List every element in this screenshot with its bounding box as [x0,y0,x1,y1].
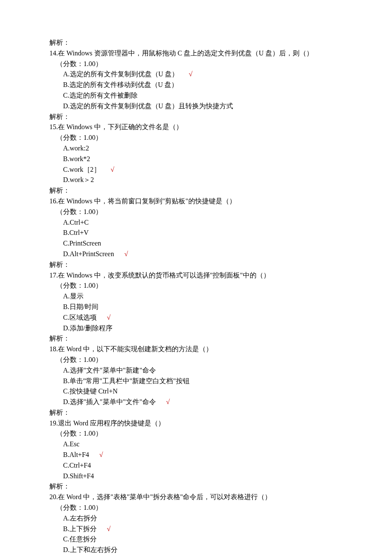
line-text: （分数：1.00） [56,504,102,511]
line-text: C.选定的所有文件被删除 [63,92,138,99]
text-line: D.Alt+PrintScreen√ [49,249,343,260]
text-line: B.上下拆分√ [49,524,343,535]
line-text: （分数：1.00） [56,356,102,363]
line-text: 17.在 Windows 中，改变系统默认的货币格式可以选择"控制面板"中的（） [49,272,270,279]
text-line: （分数：1.00） [49,503,343,513]
line-text: B.上下拆分 [63,525,97,532]
text-line: B.Alt+F4√ [49,450,343,460]
check-mark-icon: √ [111,166,115,173]
line-text: A.选定的所有文件复制到优盘（U 盘） [63,70,179,78]
text-line: A.Esc [49,439,343,450]
text-line: B.Ctrl+V [49,228,343,238]
check-mark-icon: √ [166,398,170,405]
text-line: D.work＞2 [49,175,343,185]
text-line: C.PrintScreen [49,238,343,249]
line-text: 16.在 Windows 中，将当前窗口复制到"剪贴板"的快捷键是（） [49,197,236,205]
line-text: 19.退出 Word 应用程序的快捷键是（） [49,419,165,427]
text-line: D.选择"插入"菜单中"文件"命令√ [49,397,343,408]
line-text: D.work＞2 [63,176,94,183]
text-line: B.选定的所有文件移动到优盘（U 盘） [49,80,343,90]
line-text: A.显示 [63,292,84,300]
line-text: D.Shift+F4 [63,472,94,480]
line-text: 20.在 Word 中，选择"表格"菜单中"拆分表格"命令后，可以对表格进行（） [49,493,271,500]
check-mark-icon: √ [107,525,111,532]
line-text: A.Ctrl+C [63,219,89,226]
text-line: A.Ctrl+C [49,217,343,228]
line-text: 解析： [49,113,70,120]
text-line: 19.退出 Word 应用程序的快捷键是（） [49,418,343,429]
text-line: （分数：1.00） [49,207,343,217]
text-line: D.Shift+F4 [49,471,343,482]
text-line: D.选定的所有文件复制到优盘（U 盘）且转换为快捷方式 [49,101,343,112]
line-text: （分数：1.00） [56,208,102,215]
text-line: A.选定的所有文件复制到优盘（U 盘）√ [49,69,343,80]
line-text: A.左右拆分 [63,515,97,522]
text-line: 解析： [49,112,343,122]
line-text: C.任意拆分 [63,535,97,543]
line-text: （分数：1.00） [56,134,102,141]
text-line: 15.在 Windows 中，下列正确的文件名是（） [49,122,343,133]
line-text: 解析： [49,39,70,46]
text-line: A.work:2 [49,143,343,154]
line-text: （分数：1.00） [56,282,102,289]
line-text: A.选择"文件"菜单中"新建"命令 [63,367,156,374]
line-text: B.日期/时间 [63,303,98,310]
text-line: C.区域选项√ [49,312,343,323]
line-text: C.PrintScreen [63,240,101,247]
text-line: 17.在 Windows 中，改变系统默认的货币格式可以选择"控制面板"中的（） [49,270,343,281]
line-text: 15.在 Windows 中，下列正确的文件名是（） [49,123,183,130]
text-line: （分数：1.00） [49,355,343,365]
text-line: 解析： [49,408,343,418]
line-text: D.选择"插入"菜单中"文件"命令 [63,398,156,405]
text-line: C.work［2］√ [49,165,343,175]
line-text: 14.在 Windows 资源管理器中，用鼠标拖动 C 盘上的选定文件到优盘（U… [49,49,313,57]
line-text: D.选定的所有文件复制到优盘（U 盘）且转换为快捷方式 [63,102,233,110]
line-text: 18.在 Word 中，以下不能实现创建新文档的方法是（） [49,345,213,353]
line-text: 解析： [49,483,70,490]
text-line: B.work*2 [49,154,343,165]
text-line: A.左右拆分 [49,513,343,524]
line-text: 解析： [49,335,70,342]
text-line: D.添加/删除程序 [49,323,343,334]
line-text: （分数：1.00） [56,60,102,67]
text-line: B.日期/时间 [49,302,343,312]
text-line: 20.在 Word 中，选择"表格"菜单中"拆分表格"命令后，可以对表格进行（） [49,492,343,503]
text-line: 16.在 Windows 中，将当前窗口复制到"剪贴板"的快捷键是（） [49,196,343,207]
line-text: B.work*2 [63,155,90,162]
line-text: C.Ctrl+F4 [63,462,91,469]
line-text: C.按快捷键 Ctrl+N [63,387,118,395]
check-mark-icon: √ [124,250,128,257]
check-mark-icon: √ [99,451,103,458]
text-line: A.显示 [49,291,343,302]
line-text: 解析： [49,261,70,268]
text-line: C.选定的所有文件被删除 [49,90,343,101]
check-mark-icon: √ [107,314,111,321]
line-text: B.Ctrl+V [63,229,89,236]
text-line: A.选择"文件"菜单中"新建"命令 [49,365,343,376]
line-text: B.选定的所有文件移动到优盘（U 盘） [63,81,178,88]
text-line: 18.在 Word 中，以下不能实现创建新文档的方法是（） [49,344,343,355]
text-line: （分数：1.00） [49,280,343,291]
text-line: C.Ctrl+F4 [49,460,343,471]
text-line: （分数：1.00） [49,428,343,439]
line-text: 解析： [49,187,70,194]
text-line: 解析： [49,260,343,270]
document-page: 解析：14.在 Windows 资源管理器中，用鼠标拖动 C 盘上的选定文件到优… [0,0,392,555]
text-line: 解析： [49,481,343,492]
text-line: 解析： [49,185,343,196]
line-text: C.work［2］ [63,166,101,173]
line-text: D.添加/删除程序 [63,324,112,332]
check-mark-icon: √ [189,70,193,78]
text-line: D.上下和左右拆分 [49,545,343,555]
text-line: （分数：1.00） [49,133,343,143]
line-text: A.Esc [63,440,80,448]
line-text: B.单击"常用"工具栏中"新建空白文档"按钮 [63,377,190,384]
text-line: 14.在 Windows 资源管理器中，用鼠标拖动 C 盘上的选定文件到优盘（U… [49,48,343,59]
line-text: （分数：1.00） [56,430,102,437]
line-text: C.区域选项 [63,314,97,321]
text-line: C.任意拆分 [49,534,343,545]
line-text: 解析： [49,409,70,416]
line-text: A.work:2 [63,145,89,152]
line-text: D.Alt+PrintScreen [63,250,114,257]
text-line: 解析： [49,333,343,344]
